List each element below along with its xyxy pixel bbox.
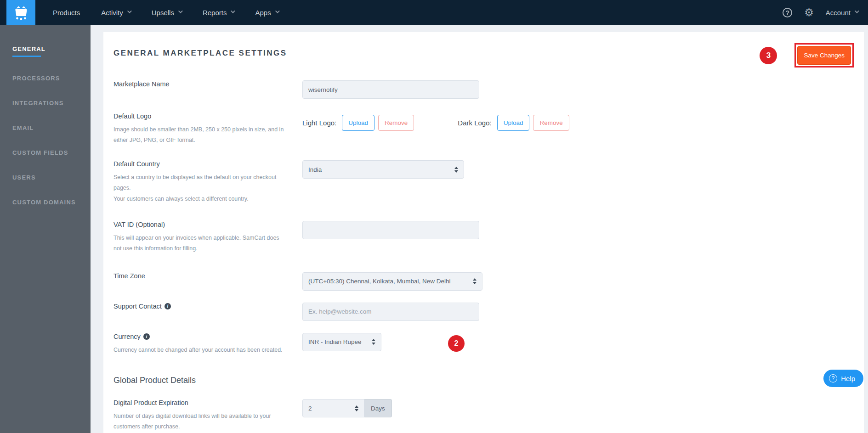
updown-arrows-icon [454, 167, 458, 173]
row-support-contact: Support Contact i [113, 303, 854, 321]
sidebar-item-label: PROCESSORS [12, 75, 60, 82]
sidebar-item-custom-fields[interactable]: CUSTOM FIELDS [0, 149, 91, 156]
nav-item-upsells[interactable]: Upsells [152, 9, 182, 17]
row-default-logo: Default Logo Image should be smaller tha… [113, 112, 854, 146]
help-question-icon[interactable]: ? [783, 8, 792, 17]
light-logo-remove-button[interactable]: Remove [378, 115, 414, 131]
currency-label: Currency i [113, 333, 289, 340]
time-zone-label: Time Zone [113, 272, 289, 280]
active-underline [12, 56, 41, 57]
currency-help: Currency cannot be changed after your ac… [113, 345, 289, 355]
sidebar-item-email[interactable]: EMAIL [0, 124, 91, 131]
sidebar-item-integrations[interactable]: INTEGRATIONS [0, 100, 91, 107]
updown-arrows-icon [355, 405, 358, 411]
help-button[interactable]: ? Help [823, 370, 863, 387]
section-heading-global-product-details: Global Product Details [113, 376, 854, 385]
row-digital-expiration: Digital Product Expiration Number of day… [113, 399, 854, 432]
selected-country: India [308, 166, 450, 173]
default-country-help: Select a country to be displayed as the … [113, 172, 289, 204]
dark-logo-label: Dark Logo: [458, 119, 491, 127]
chevron-down-icon [855, 9, 859, 13]
vat-id-input[interactable] [302, 221, 479, 239]
annotation-badge-3: 3 [760, 47, 777, 64]
nav-label: Activity [101, 9, 123, 17]
chevron-down-icon [275, 9, 280, 13]
cart-icon [12, 2, 30, 23]
digital-expiration-select[interactable]: 2 [302, 399, 364, 417]
question-icon: ? [829, 374, 837, 382]
dark-logo-upload-button[interactable]: Upload [497, 115, 530, 131]
sidebar-item-label: CUSTOM FIELDS [12, 149, 68, 156]
nav-item-apps[interactable]: Apps [255, 9, 278, 17]
vat-id-help: This will appear on your invoices when a… [113, 233, 289, 254]
support-contact-label: Support Contact i [113, 303, 289, 310]
nav-menu: Products Activity Upsells Reports Apps [53, 9, 278, 17]
default-logo-label: Default Logo [113, 112, 289, 120]
days-addon: Days [364, 399, 392, 417]
row-default-country: Default Country Select a country to be d… [113, 160, 854, 204]
sidebar-item-label: INTEGRATIONS [12, 100, 64, 107]
vat-id-label: VAT ID (Optional) [113, 221, 289, 228]
row-vat-id: VAT ID (Optional) This will appear on yo… [113, 221, 854, 254]
sidebar-item-label: CUSTOM DOMAINS [12, 199, 76, 206]
label-text: Support Contact [113, 303, 162, 310]
time-zone-select[interactable]: (UTC+05:30) Chennai, Kolkata, Mumbai, Ne… [302, 272, 482, 291]
nav-label: Apps [255, 9, 271, 17]
light-logo-upload-button[interactable]: Upload [342, 115, 374, 131]
sidebar-item-label: EMAIL [12, 124, 34, 131]
help-label: Help [841, 375, 855, 382]
chevron-down-icon [178, 9, 183, 13]
nav-item-products[interactable]: Products [53, 9, 80, 17]
account-menu[interactable]: Account [826, 9, 858, 17]
selected-days-value: 2 [308, 405, 350, 412]
sidebar-item-label: GENERAL [12, 45, 45, 52]
page-title: GENERAL MARKETPLACE SETTINGS [113, 49, 287, 58]
nav-label: Upsells [152, 9, 174, 17]
main-area: GENERAL MARKETPLACE SETTINGS 3 Save Chan… [91, 25, 868, 433]
nav-right: ? ⚙ Account [783, 7, 858, 18]
top-nav: Products Activity Upsells Reports Apps ?… [0, 0, 868, 25]
nav-item-activity[interactable]: Activity [101, 9, 130, 17]
settings-sidebar: GENERAL PROCESSORS INTEGRATIONS EMAIL CU… [0, 25, 91, 433]
sidebar-item-users[interactable]: USERS [0, 174, 91, 181]
chevron-down-icon [231, 9, 235, 13]
sidebar-item-label: USERS [12, 174, 36, 181]
settings-card: GENERAL MARKETPLACE SETTINGS 3 Save Chan… [103, 32, 864, 433]
default-logo-help: Image should be smaller than 2MB, 250 x … [113, 124, 289, 146]
updown-arrows-icon [372, 339, 375, 345]
sidebar-item-custom-domains[interactable]: CUSTOM DOMAINS [0, 199, 91, 206]
light-logo-label: Light Logo: [302, 119, 336, 127]
row-time-zone: Time Zone (UTC+05:30) Chennai, Kolkata, … [113, 272, 854, 291]
gear-icon[interactable]: ⚙ [804, 7, 814, 18]
info-icon[interactable]: i [143, 333, 150, 340]
row-marketplace-name: Marketplace Name [113, 80, 854, 99]
selected-currency: INR - Indian Rupee [308, 338, 367, 345]
save-changes-button[interactable]: Save Changes [797, 46, 851, 65]
account-label: Account [826, 9, 851, 17]
label-text: Currency [113, 333, 141, 340]
chevron-down-icon [127, 9, 132, 13]
dark-logo-remove-button[interactable]: Remove [533, 115, 569, 131]
selected-time-zone: (UTC+05:30) Chennai, Kolkata, Mumbai, Ne… [308, 278, 468, 285]
info-icon[interactable]: i [165, 303, 171, 309]
default-country-label: Default Country [113, 160, 289, 168]
digital-expiration-help: Number of days digital download links wi… [113, 411, 289, 432]
digital-expiration-label: Digital Product Expiration [113, 399, 289, 406]
nav-label: Reports [203, 9, 227, 17]
default-country-select[interactable]: India [302, 160, 464, 179]
sidebar-item-general[interactable]: GENERAL [0, 45, 91, 57]
marketplace-name-input[interactable] [302, 80, 479, 99]
annotation-badge-2: 2 [448, 335, 465, 352]
help-line: Select a country to be displayed as the … [113, 174, 276, 191]
help-line: Your customers can always select a diffe… [113, 196, 249, 202]
row-currency: Currency i Currency cannot be changed af… [113, 333, 854, 355]
marketplace-name-label: Marketplace Name [113, 80, 289, 88]
support-contact-input[interactable] [302, 303, 479, 321]
currency-select[interactable]: INR - Indian Rupee [302, 333, 381, 351]
nav-label: Products [53, 9, 80, 17]
samcart-logo[interactable] [6, 0, 35, 25]
nav-item-reports[interactable]: Reports [203, 9, 234, 17]
sidebar-item-processors[interactable]: PROCESSORS [0, 75, 91, 82]
updown-arrows-icon [473, 278, 477, 284]
annotation-box-save: Save Changes [794, 43, 854, 67]
